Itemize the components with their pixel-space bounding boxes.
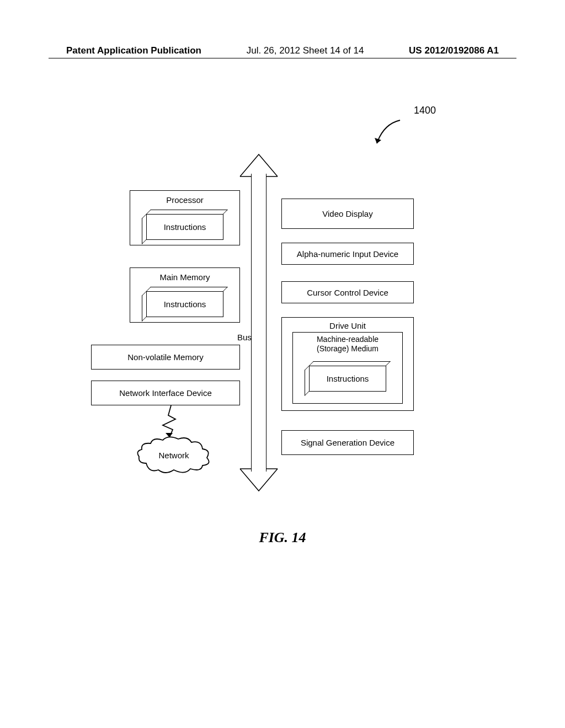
main-memory-instructions-cube: Instructions bbox=[146, 287, 223, 317]
drive-instructions-cube: Instructions bbox=[309, 361, 386, 392]
figure-caption: FIG. 14 bbox=[0, 529, 565, 546]
header-divider bbox=[49, 58, 516, 58]
page-header: Patent Application Publication Jul. 26, … bbox=[0, 45, 565, 56]
main-memory-instructions-label: Instructions bbox=[146, 291, 223, 317]
video-display-box: Video Display bbox=[281, 199, 414, 229]
nonvolatile-memory-label: Non-volatile Memory bbox=[127, 352, 204, 362]
drive-unit-title: Drive Unit bbox=[282, 321, 413, 330]
video-display-label: Video Display bbox=[322, 209, 372, 218]
machine-readable-medium-title: Machine-readable (Storage) Medium bbox=[293, 335, 402, 354]
alphanumeric-input-label: Alpha-numeric Input Device bbox=[297, 249, 398, 259]
header-right: US 2012/0192086 A1 bbox=[409, 45, 499, 56]
signal-generation-label: Signal Generation Device bbox=[301, 438, 395, 447]
header-left: Patent Application Publication bbox=[66, 45, 201, 56]
ref-1400-arrow-icon bbox=[372, 116, 406, 149]
alphanumeric-input-box: Alpha-numeric Input Device bbox=[281, 243, 414, 265]
figure-area: 1400 Bus Processor Instructions Main Mem… bbox=[83, 116, 486, 535]
processor-instructions-cube: Instructions bbox=[146, 210, 223, 240]
svg-marker-0 bbox=[375, 138, 381, 143]
ref-1400-label: 1400 bbox=[414, 105, 436, 116]
network-interface-device-label: Network Interface Device bbox=[119, 388, 212, 398]
nid-network-connector-icon bbox=[157, 405, 179, 438]
cursor-control-box: Cursor Control Device bbox=[281, 281, 414, 303]
nonvolatile-memory-box: Non-volatile Memory bbox=[91, 345, 240, 370]
network-label: Network bbox=[135, 436, 212, 474]
bus-arrow-icon bbox=[251, 154, 266, 491]
network-interface-device-box: Network Interface Device bbox=[91, 381, 240, 405]
processor-title: Processor bbox=[130, 195, 239, 205]
bus-label: Bus bbox=[237, 333, 252, 342]
network-cloud-icon: Network bbox=[135, 436, 212, 474]
drive-instructions-label: Instructions bbox=[309, 366, 386, 392]
signal-generation-box: Signal Generation Device bbox=[281, 430, 414, 455]
cursor-control-label: Cursor Control Device bbox=[307, 288, 388, 297]
main-memory-title: Main Memory bbox=[130, 272, 239, 282]
processor-instructions-label: Instructions bbox=[146, 214, 223, 240]
header-mid: Jul. 26, 2012 Sheet 14 of 14 bbox=[247, 45, 364, 56]
